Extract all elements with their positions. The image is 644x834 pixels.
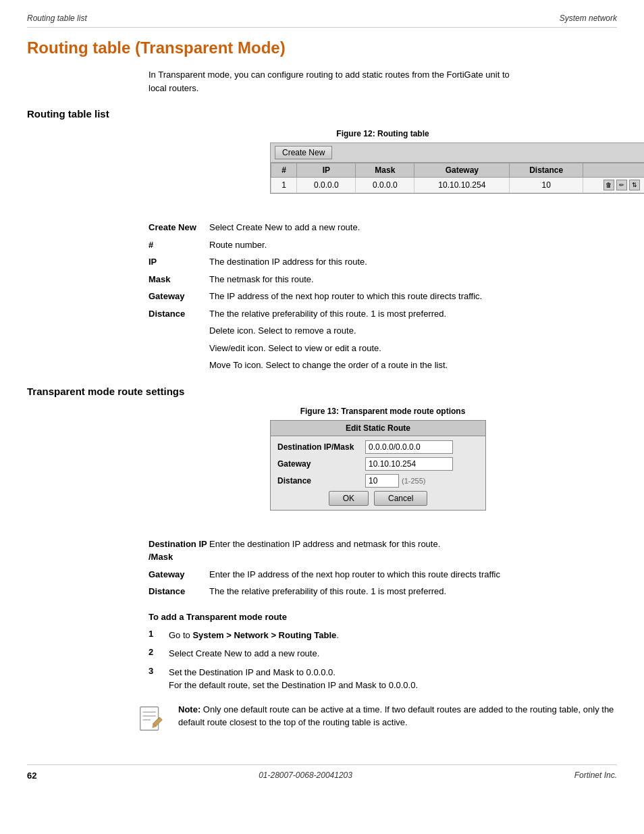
cell-ip: 0.0.0.0 xyxy=(297,178,356,193)
ok-button[interactable]: OK xyxy=(329,491,369,506)
desc-term: Create New xyxy=(149,221,209,234)
desc-row: #Route number. xyxy=(149,238,617,252)
step-text: Set the Destination IP and Mask to 0.0.0… xyxy=(169,666,617,692)
desc-row: DistanceThe the relative preferability o… xyxy=(149,307,617,321)
footer-page-num: 62 xyxy=(27,771,36,781)
distance-label: Distance xyxy=(277,476,365,486)
page-title: Routing table (Transparent Mode) xyxy=(27,38,617,57)
note-content: Note: Only one default route can be acti… xyxy=(178,703,617,729)
desc-term xyxy=(149,359,209,372)
delete-icon[interactable]: 🗑 xyxy=(603,180,614,190)
distance-hint: (1-255) xyxy=(402,477,425,485)
header-right: System network xyxy=(560,14,617,23)
note-box: Note: Only one default route can be acti… xyxy=(135,703,617,737)
step-text: Go to System > Network > Routing Table. xyxy=(169,629,617,642)
desc-term: Mask xyxy=(149,273,209,286)
desc-row: IPThe destination IP address for this ro… xyxy=(149,255,617,269)
desc-def: Delete icon. Select to remove a route. xyxy=(209,324,617,338)
col-ip: IP xyxy=(297,163,356,178)
desc-term: IP xyxy=(149,255,209,269)
note-pencil-icon xyxy=(135,703,167,735)
steps-list: 1Go to System > Network > Routing Table.… xyxy=(149,629,617,692)
footer-doc-id: 01-28007-0068-20041203 xyxy=(259,771,352,780)
routing-table: # IP Mask Gateway Distance 1 0.0.0.0 0.0… xyxy=(271,163,644,193)
desc-row: Create NewSelect Create New to add a new… xyxy=(149,221,617,234)
step-number: 3 xyxy=(149,666,169,676)
table-row: 1 0.0.0.0 0.0.0.0 10.10.10.254 10 🗑 ✏ ⇅ xyxy=(271,178,645,193)
desc-term: # xyxy=(149,238,209,252)
desc-row: Move To icon. Select to change the order… xyxy=(149,359,617,372)
section1-heading: Routing table list xyxy=(27,108,617,120)
gateway-input[interactable] xyxy=(365,457,453,471)
desc-term: Distance xyxy=(149,307,209,321)
cell-mask: 0.0.0.0 xyxy=(356,178,414,193)
cell-distance: 10 xyxy=(510,178,583,193)
step-number: 1 xyxy=(149,629,169,639)
col-actions xyxy=(583,163,644,178)
desc-term: Destination IP /Mask xyxy=(149,538,209,564)
distance-input[interactable] xyxy=(365,474,399,488)
routing-desc-list: Create NewSelect Create New to add a new… xyxy=(149,221,617,372)
desc-row: Delete icon. Select to remove a route. xyxy=(149,324,617,338)
step-text: Select Create New to add a new route. xyxy=(169,647,617,660)
cell-actions[interactable]: 🗑 ✏ ⇅ xyxy=(583,178,644,193)
list-item: 3Set the Destination IP and Mask to 0.0.… xyxy=(149,666,617,692)
dest-ip-input[interactable] xyxy=(365,440,453,454)
dest-ip-label: Destination IP/Mask xyxy=(277,442,365,452)
desc-def: Enter the destination IP address and net… xyxy=(209,538,617,564)
edit-route-title: Edit Static Route xyxy=(271,421,485,436)
routing-table-figure: Create New # IP Mask Gateway Distance xyxy=(270,142,644,194)
desc-term xyxy=(149,342,209,355)
edit-icon[interactable]: ✏ xyxy=(616,180,627,190)
note-text: Only one default route can be active at … xyxy=(178,704,614,728)
gateway-label: Gateway xyxy=(277,459,365,469)
desc-def: The netmask for this route. xyxy=(209,273,617,286)
col-gateway: Gateway xyxy=(414,163,510,178)
desc-row: GatewayEnter the IP address of the next … xyxy=(149,568,617,581)
section2-heading: Transparent mode route settings xyxy=(27,386,617,397)
desc-def: Enter the IP address of the next hop rou… xyxy=(209,568,617,581)
desc-def: The IP address of the next hop router to… xyxy=(209,290,617,303)
header-left: Routing table list xyxy=(27,14,87,23)
desc-row: Destination IP /MaskEnter the destinatio… xyxy=(149,538,617,564)
col-mask: Mask xyxy=(356,163,414,178)
desc-row: MaskThe netmask for this route. xyxy=(149,273,617,286)
footer-company: Fortinet Inc. xyxy=(574,771,617,780)
edit-route-figure: Edit Static Route Destination IP/Mask Ga… xyxy=(270,420,486,511)
list-item: 2Select Create New to add a new route. xyxy=(149,647,617,660)
figure1-label: Figure 12: Routing table xyxy=(149,129,617,138)
edit-route-desc-list: Destination IP /MaskEnter the destinatio… xyxy=(149,538,617,598)
desc-row: View/edit icon. Select to view or edit a… xyxy=(149,342,617,355)
desc-term: Gateway xyxy=(149,568,209,581)
desc-row: DistanceThe the relative preferability o… xyxy=(149,585,617,598)
move-icon[interactable]: ⇅ xyxy=(629,180,640,190)
desc-term: Distance xyxy=(149,585,209,598)
desc-def: Select Create New to add a new route. xyxy=(209,221,617,234)
cell-num: 1 xyxy=(271,178,297,193)
procedure-heading: To add a Transparent mode route xyxy=(149,612,617,622)
col-num: # xyxy=(271,163,297,178)
desc-def: The destination IP address for this rout… xyxy=(209,255,617,269)
desc-def: Route number. xyxy=(209,238,617,252)
note-icon xyxy=(135,703,169,737)
desc-term: Gateway xyxy=(149,290,209,303)
step-number: 2 xyxy=(149,647,169,657)
desc-def: Move To icon. Select to change the order… xyxy=(209,359,617,372)
cancel-button[interactable]: Cancel xyxy=(374,491,427,506)
col-distance: Distance xyxy=(510,163,583,178)
desc-def: The the relative preferability of this r… xyxy=(209,307,617,321)
desc-term xyxy=(149,324,209,338)
desc-row: GatewayThe IP address of the next hop ro… xyxy=(149,290,617,303)
figure2-label: Figure 13: Transparent mode route option… xyxy=(149,407,617,416)
create-new-button[interactable]: Create New xyxy=(275,146,332,159)
desc-def: The the relative preferability of this r… xyxy=(209,585,617,598)
intro-text: In Transparent mode, you can configure r… xyxy=(149,68,527,95)
cell-gateway: 10.10.10.254 xyxy=(414,178,510,193)
list-item: 1Go to System > Network > Routing Table. xyxy=(149,629,617,642)
desc-def: View/edit icon. Select to view or edit a… xyxy=(209,342,617,355)
